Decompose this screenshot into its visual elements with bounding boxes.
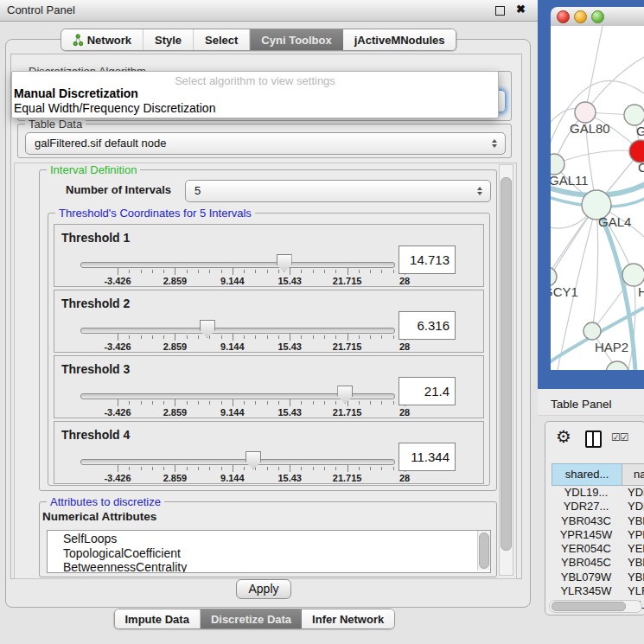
number-of-intervals-label: Number of Intervals	[66, 183, 171, 196]
table-data-group-title: Table Data	[25, 118, 86, 131]
cell-name: YER0	[628, 542, 644, 555]
threshold-value-input[interactable]	[399, 443, 456, 471]
cell-shared-name: YPR145W	[552, 528, 621, 541]
tab-infer-network[interactable]: Infer Network	[302, 609, 394, 628]
threshold-value-input[interactable]	[399, 377, 456, 405]
tick-label: 15.43	[277, 276, 302, 286]
tick-label: 15.43	[277, 407, 302, 418]
threshold-label: Threshold 1	[61, 231, 130, 245]
cell-shared-name: YBR045C	[552, 556, 621, 569]
table-row[interactable]: YDL19... YDL1	[552, 486, 644, 500]
popup-option-equal-width-frequency[interactable]: Equal Width/Frequency Discretization	[12, 101, 498, 116]
thresholds-list: Threshold 1 -3.4262.8599.14415.4321.7152…	[54, 224, 484, 487]
network-node[interactable]	[606, 361, 628, 370]
threshold-value-input[interactable]	[399, 245, 456, 274]
table-row[interactable]: YBL079W YBL0	[552, 571, 644, 584]
settings-scrollbar-thumb[interactable]	[501, 177, 512, 551]
attribute-list-item[interactable]: SelfLoops	[63, 532, 490, 546]
table-horizontal-scrollbar[interactable]	[549, 600, 642, 613]
tab-select[interactable]: Select	[194, 29, 250, 50]
threshold-panel: Threshold 3 -3.4262.8599.14415.4321.7152…	[54, 355, 484, 418]
tick-label: 2.859	[163, 341, 188, 352]
tick-label: 2.859	[163, 276, 188, 286]
tab-cyni-toolbox[interactable]: Cyni Toolbox	[250, 29, 342, 50]
table-scrollbar-thumb[interactable]	[552, 602, 626, 611]
table-panel-header: Table Panel	[538, 389, 644, 416]
threshold-slider[interactable]: -3.4262.8599.14415.4321.71528	[80, 386, 393, 417]
tab-style-label: Style	[155, 34, 182, 47]
network-window-frame: GAL80 GA C GAL11 GAL4 GCY1 H HAP2	[538, 0, 644, 389]
apply-button[interactable]: Apply	[236, 579, 291, 599]
tick-label: -3.426	[104, 473, 131, 483]
slider-track[interactable]	[80, 328, 395, 334]
table-row[interactable]: YDR27... YDR2	[552, 500, 644, 513]
cell-shared-name: YER054C	[552, 542, 621, 555]
threshold-panel: Threshold 4 -3.4262.8599.14415.4321.7152…	[54, 421, 484, 484]
tick-label: 21.715	[333, 473, 362, 483]
slider-track[interactable]	[80, 459, 395, 465]
threshold-value-input[interactable]	[399, 311, 456, 340]
cell-shared-name: YLR345W	[552, 584, 621, 597]
attribute-list-item[interactable]: BetweennessCentrality	[63, 560, 490, 573]
table-row[interactable]: YLR345W YLR3	[552, 584, 644, 598]
tick-label: 28	[399, 407, 410, 418]
tab-jactivemnodules[interactable]: jActiveMNodules	[343, 29, 456, 50]
tick-label: 15.43	[277, 473, 302, 483]
network-canvas[interactable]: GAL80 GA C GAL11 GAL4 GCY1 H HAP2	[551, 26, 644, 370]
number-of-intervals-combobox[interactable]: 5	[185, 180, 491, 202]
tab-impute-data-label: Impute Data	[124, 613, 188, 626]
threshold-panel: Threshold 2 -3.4262.8599.14415.4321.7152…	[54, 290, 484, 353]
network-node[interactable]	[622, 264, 644, 286]
table-row[interactable]: YPR145W YPR1	[552, 528, 644, 542]
tab-cyni-toolbox-label: Cyni Toolbox	[261, 34, 331, 47]
split-view-icon[interactable]	[585, 430, 602, 448]
table-row[interactable]: YBR043C YBR0	[552, 514, 644, 528]
table-row[interactable]: YBR045C YBR0	[552, 556, 644, 570]
float-panel-icon[interactable]	[495, 6, 505, 16]
tab-network[interactable]: Network	[61, 29, 143, 50]
table-row[interactable]: YER054C YER0	[552, 542, 644, 556]
gear-icon[interactable]: ⚙	[556, 427, 571, 446]
tab-discretize-data[interactable]: Discretize Data	[201, 609, 302, 628]
slider-ticks	[118, 334, 405, 341]
checkbox-columns-icon[interactable]: ☑☑	[611, 431, 628, 443]
attribute-list-item[interactable]: TopologicalCoefficient	[63, 546, 490, 561]
tab-impute-data[interactable]: Impute Data	[114, 609, 200, 628]
network-icon	[73, 34, 83, 47]
tab-style[interactable]: Style	[143, 29, 194, 50]
close-window-icon[interactable]	[557, 10, 570, 23]
threshold-slider[interactable]: -3.4262.8599.14415.4321.71528	[80, 451, 393, 482]
network-node[interactable]	[575, 102, 596, 123]
column-header-shared-name[interactable]: shared...	[552, 463, 622, 486]
slider-tick-labels: -3.4262.8599.14415.4321.71528	[118, 276, 405, 286]
node-label: C	[638, 160, 644, 175]
close-panel-icon[interactable]: ✖	[516, 3, 526, 16]
attributes-list-scrollbar[interactable]	[477, 531, 490, 571]
slider-track[interactable]	[80, 262, 395, 268]
tick-label: -3.426	[104, 341, 131, 352]
popup-option-manual-discretization[interactable]: Manual Discretization	[12, 86, 498, 101]
attributes-scrollbar-thumb[interactable]	[479, 532, 489, 569]
node-label: GCY1	[551, 284, 578, 299]
numerical-attributes-list[interactable]: SelfLoopsTopologicalCoefficientBetweenne…	[47, 530, 491, 573]
node-label: GA	[636, 124, 644, 138]
threshold-panel: Threshold 1 -3.4262.8599.14415.4321.7152…	[54, 224, 484, 287]
network-node[interactable]	[583, 322, 601, 340]
column-header-name[interactable]: na	[622, 463, 644, 486]
tick-label: 21.715	[333, 407, 362, 418]
network-node[interactable]	[624, 105, 644, 125]
network-node[interactable]	[551, 267, 557, 286]
threshold-slider[interactable]: -3.4262.8599.14415.4321.71528	[80, 254, 393, 285]
settings-vertical-scrollbar[interactable]	[499, 164, 513, 576]
minimize-window-icon[interactable]	[574, 10, 587, 23]
table-data-combobox[interactable]: galFiltered.sif default node	[25, 132, 506, 155]
zoom-window-icon[interactable]	[591, 10, 604, 23]
slider-ticks	[118, 465, 405, 472]
slider-tick-labels: -3.4262.8599.14415.4321.71528	[118, 407, 405, 418]
tick-label: 28	[399, 473, 410, 483]
cell-name: YBL0	[628, 571, 644, 583]
threshold-slider[interactable]: -3.4262.8599.14415.4321.71528	[80, 320, 393, 351]
cell-name: YLR3	[628, 584, 644, 597]
attributes-group: Attributes to discretize Numerical Attri…	[39, 501, 497, 577]
network-node[interactable]	[551, 154, 564, 175]
